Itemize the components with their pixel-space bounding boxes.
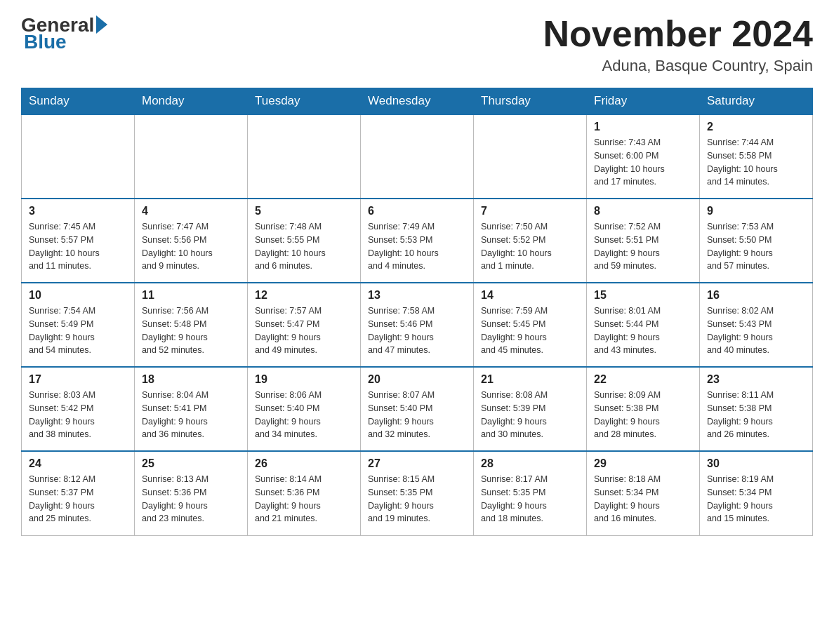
day-number: 4 bbox=[142, 205, 240, 217]
day-number: 19 bbox=[255, 373, 353, 386]
calendar-cell: 12Sunrise: 7:57 AM Sunset: 5:47 PM Dayli… bbox=[248, 283, 361, 367]
calendar-week-4: 17Sunrise: 8:03 AM Sunset: 5:42 PM Dayli… bbox=[22, 367, 813, 451]
calendar-cell: 29Sunrise: 8:18 AM Sunset: 5:34 PM Dayli… bbox=[587, 451, 700, 535]
day-info: Sunrise: 7:44 AM Sunset: 5:58 PM Dayligh… bbox=[707, 136, 805, 189]
day-number: 28 bbox=[481, 457, 579, 470]
day-number: 30 bbox=[707, 457, 805, 470]
day-info: Sunrise: 8:04 AM Sunset: 5:41 PM Dayligh… bbox=[142, 389, 240, 441]
calendar-cell: 3Sunrise: 7:45 AM Sunset: 5:57 PM Daylig… bbox=[22, 199, 135, 283]
calendar-header-row: SundayMondayTuesdayWednesdayThursdayFrid… bbox=[22, 88, 813, 115]
weekday-header-saturday: Saturday bbox=[700, 88, 813, 115]
weekday-header-wednesday: Wednesday bbox=[361, 88, 474, 115]
calendar-cell bbox=[22, 114, 135, 199]
day-info: Sunrise: 7:56 AM Sunset: 5:48 PM Dayligh… bbox=[142, 304, 240, 357]
day-number: 25 bbox=[142, 457, 240, 470]
day-number: 29 bbox=[594, 457, 692, 470]
day-info: Sunrise: 8:15 AM Sunset: 5:35 PM Dayligh… bbox=[368, 473, 466, 525]
calendar-cell: 8Sunrise: 7:52 AM Sunset: 5:51 PM Daylig… bbox=[587, 199, 700, 283]
day-number: 11 bbox=[142, 289, 240, 302]
day-info: Sunrise: 7:43 AM Sunset: 6:00 PM Dayligh… bbox=[594, 136, 692, 189]
calendar-week-1: 1Sunrise: 7:43 AM Sunset: 6:00 PM Daylig… bbox=[22, 114, 813, 199]
day-info: Sunrise: 7:49 AM Sunset: 5:53 PM Dayligh… bbox=[368, 220, 466, 273]
day-info: Sunrise: 7:54 AM Sunset: 5:49 PM Dayligh… bbox=[29, 304, 127, 357]
day-info: Sunrise: 8:13 AM Sunset: 5:36 PM Dayligh… bbox=[142, 473, 240, 525]
month-title: November 2024 bbox=[543, 14, 813, 54]
calendar-cell: 18Sunrise: 8:04 AM Sunset: 5:41 PM Dayli… bbox=[135, 367, 248, 451]
day-info: Sunrise: 8:18 AM Sunset: 5:34 PM Dayligh… bbox=[594, 473, 692, 525]
day-info: Sunrise: 8:12 AM Sunset: 5:37 PM Dayligh… bbox=[29, 473, 127, 525]
day-info: Sunrise: 8:07 AM Sunset: 5:40 PM Dayligh… bbox=[368, 389, 466, 441]
day-info: Sunrise: 7:53 AM Sunset: 5:50 PM Dayligh… bbox=[707, 220, 805, 273]
calendar-cell: 27Sunrise: 8:15 AM Sunset: 5:35 PM Dayli… bbox=[361, 451, 474, 535]
calendar-cell: 2Sunrise: 7:44 AM Sunset: 5:58 PM Daylig… bbox=[700, 114, 813, 199]
day-number: 6 bbox=[368, 205, 466, 217]
location-subtitle: Aduna, Basque Country, Spain bbox=[543, 57, 813, 75]
calendar-cell: 16Sunrise: 8:02 AM Sunset: 5:43 PM Dayli… bbox=[700, 283, 813, 367]
calendar-cell: 10Sunrise: 7:54 AM Sunset: 5:49 PM Dayli… bbox=[22, 283, 135, 367]
logo-chevron-icon bbox=[96, 15, 107, 34]
calendar-cell: 23Sunrise: 8:11 AM Sunset: 5:38 PM Dayli… bbox=[700, 367, 813, 451]
day-info: Sunrise: 8:17 AM Sunset: 5:35 PM Dayligh… bbox=[481, 473, 579, 525]
day-number: 26 bbox=[255, 457, 353, 470]
calendar-cell: 6Sunrise: 7:49 AM Sunset: 5:53 PM Daylig… bbox=[361, 199, 474, 283]
day-number: 13 bbox=[368, 289, 466, 302]
calendar-cell: 22Sunrise: 8:09 AM Sunset: 5:38 PM Dayli… bbox=[587, 367, 700, 451]
day-number: 9 bbox=[707, 205, 805, 217]
calendar-cell: 13Sunrise: 7:58 AM Sunset: 5:46 PM Dayli… bbox=[361, 283, 474, 367]
calendar-cell bbox=[135, 114, 248, 199]
weekday-header-tuesday: Tuesday bbox=[248, 88, 361, 115]
calendar-cell: 24Sunrise: 8:12 AM Sunset: 5:37 PM Dayli… bbox=[22, 451, 135, 535]
day-number: 1 bbox=[594, 121, 692, 133]
weekday-header-monday: Monday bbox=[135, 88, 248, 115]
weekday-header-thursday: Thursday bbox=[474, 88, 587, 115]
day-number: 2 bbox=[707, 121, 805, 133]
calendar-week-5: 24Sunrise: 8:12 AM Sunset: 5:37 PM Dayli… bbox=[22, 451, 813, 535]
day-info: Sunrise: 7:58 AM Sunset: 5:46 PM Dayligh… bbox=[368, 304, 466, 357]
day-number: 17 bbox=[29, 373, 127, 386]
day-number: 14 bbox=[481, 289, 579, 302]
calendar-cell: 28Sunrise: 8:17 AM Sunset: 5:35 PM Dayli… bbox=[474, 451, 587, 535]
calendar-cell: 19Sunrise: 8:06 AM Sunset: 5:40 PM Dayli… bbox=[248, 367, 361, 451]
day-info: Sunrise: 8:14 AM Sunset: 5:36 PM Dayligh… bbox=[255, 473, 353, 525]
calendar-cell: 30Sunrise: 8:19 AM Sunset: 5:34 PM Dayli… bbox=[700, 451, 813, 535]
day-info: Sunrise: 7:45 AM Sunset: 5:57 PM Dayligh… bbox=[29, 220, 127, 273]
day-number: 20 bbox=[368, 373, 466, 386]
day-info: Sunrise: 7:52 AM Sunset: 5:51 PM Dayligh… bbox=[594, 220, 692, 273]
calendar-table: SundayMondayTuesdayWednesdayThursdayFrid… bbox=[21, 88, 813, 536]
day-info: Sunrise: 7:47 AM Sunset: 5:56 PM Dayligh… bbox=[142, 220, 240, 273]
day-info: Sunrise: 8:03 AM Sunset: 5:42 PM Dayligh… bbox=[29, 389, 127, 441]
calendar-week-2: 3Sunrise: 7:45 AM Sunset: 5:57 PM Daylig… bbox=[22, 199, 813, 283]
calendar-cell: 9Sunrise: 7:53 AM Sunset: 5:50 PM Daylig… bbox=[700, 199, 813, 283]
day-number: 18 bbox=[142, 373, 240, 386]
logo-blue-text: Blue bbox=[21, 31, 67, 53]
calendar-cell: 14Sunrise: 7:59 AM Sunset: 5:45 PM Dayli… bbox=[474, 283, 587, 367]
day-info: Sunrise: 8:19 AM Sunset: 5:34 PM Dayligh… bbox=[707, 473, 805, 525]
calendar-cell: 26Sunrise: 8:14 AM Sunset: 5:36 PM Dayli… bbox=[248, 451, 361, 535]
logo: General Blue bbox=[21, 14, 110, 53]
calendar-cell: 17Sunrise: 8:03 AM Sunset: 5:42 PM Dayli… bbox=[22, 367, 135, 451]
day-number: 24 bbox=[29, 457, 127, 470]
day-number: 23 bbox=[707, 373, 805, 386]
calendar-cell: 20Sunrise: 8:07 AM Sunset: 5:40 PM Dayli… bbox=[361, 367, 474, 451]
weekday-header-sunday: Sunday bbox=[22, 88, 135, 115]
calendar-cell: 4Sunrise: 7:47 AM Sunset: 5:56 PM Daylig… bbox=[135, 199, 248, 283]
calendar-cell: 5Sunrise: 7:48 AM Sunset: 5:55 PM Daylig… bbox=[248, 199, 361, 283]
calendar-cell: 21Sunrise: 8:08 AM Sunset: 5:39 PM Dayli… bbox=[474, 367, 587, 451]
calendar-cell: 11Sunrise: 7:56 AM Sunset: 5:48 PM Dayli… bbox=[135, 283, 248, 367]
page-header: General Blue November 2024 Aduna, Basque… bbox=[21, 14, 813, 75]
day-number: 22 bbox=[594, 373, 692, 386]
day-number: 16 bbox=[707, 289, 805, 302]
day-info: Sunrise: 8:11 AM Sunset: 5:38 PM Dayligh… bbox=[707, 389, 805, 441]
day-info: Sunrise: 7:50 AM Sunset: 5:52 PM Dayligh… bbox=[481, 220, 579, 273]
day-info: Sunrise: 7:48 AM Sunset: 5:55 PM Dayligh… bbox=[255, 220, 353, 273]
day-info: Sunrise: 8:02 AM Sunset: 5:43 PM Dayligh… bbox=[707, 304, 805, 357]
calendar-cell bbox=[248, 114, 361, 199]
day-number: 5 bbox=[255, 205, 353, 217]
day-number: 21 bbox=[481, 373, 579, 386]
calendar-cell bbox=[361, 114, 474, 199]
calendar-cell bbox=[474, 114, 587, 199]
calendar-cell: 7Sunrise: 7:50 AM Sunset: 5:52 PM Daylig… bbox=[474, 199, 587, 283]
day-number: 27 bbox=[368, 457, 466, 470]
day-number: 15 bbox=[594, 289, 692, 302]
day-info: Sunrise: 7:59 AM Sunset: 5:45 PM Dayligh… bbox=[481, 304, 579, 357]
